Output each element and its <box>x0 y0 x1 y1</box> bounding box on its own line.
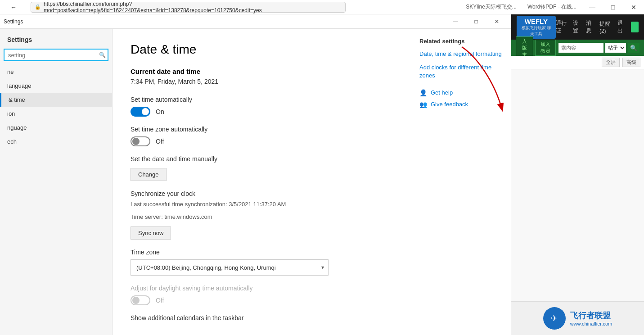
daylight-row: Adjust for daylight saving time automati… <box>131 285 394 305</box>
main-area: Settings — □ ✕ Settings 🔍 ne <box>0 14 644 335</box>
timezone-auto-toggle-thumb <box>132 138 140 145</box>
sidebar-item-language[interactable]: language <box>0 79 112 93</box>
related-link-formatting[interactable]: Date, time & regional formatting <box>419 50 504 58</box>
set-timezone-auto-row: Set time zone automatically Off <box>131 126 394 146</box>
sidebar-item-ech[interactable]: ech <box>0 135 112 149</box>
additional-cal-label: Show additional calendars in the taskbar <box>131 314 394 321</box>
chinaflier-logo-area: ✈ 飞行者联盟 www.chinaflier.com <box>511 301 644 335</box>
search-icon: 🔍 <box>99 52 106 58</box>
forum-content-area <box>511 69 644 301</box>
time-zone-select[interactable]: (UTC+08:00) Beijing, Chongqing, Hong Kon… <box>131 259 329 276</box>
browser-back-btn[interactable]: ← <box>3 0 24 14</box>
forum-toolbar: 全屏 高级 <box>511 56 644 69</box>
set-date-manual-row: Set the date and time manually Change <box>131 155 394 181</box>
forum-nav: 通行证 设置 消息 提醒(2) 退出 <box>556 19 639 35</box>
set-date-manual-label: Set the date and time manually <box>131 155 394 163</box>
chinaflier-logo-text: 飞行者联盟 <box>570 310 612 321</box>
get-help-label: Get help <box>431 89 453 96</box>
additional-cal-row: Show additional calendars in the taskbar <box>131 314 394 321</box>
daylight-toggle-label: Off <box>156 297 164 304</box>
forum-nav-exit[interactable]: 退出 <box>617 19 625 35</box>
browser-panel: WEFLY 模拟飞行玩家 聊天工具 通行证 设置 消息 提醒(2) 退出 入版主 <box>511 14 644 335</box>
sync-clock-row: Synchronize your clock Last successful t… <box>131 190 394 240</box>
url-text: https://bbs.chinaflier.com/forum.php?mod… <box>44 1 342 14</box>
sidebar-search-input[interactable] <box>4 49 108 61</box>
page-title: Date & time <box>131 42 394 57</box>
forum-search-input[interactable] <box>558 43 603 53</box>
settings-main-content: Date & time Current date and time 7:34 P… <box>113 29 412 335</box>
get-help-item[interactable]: 👤 Get help <box>419 89 504 96</box>
time-auto-toggle-thumb <box>142 108 149 115</box>
wefly-title: WEFLY <box>520 18 552 25</box>
set-time-auto-row: Set time automatically On <box>131 96 394 117</box>
settings-window: Settings — □ ✕ Settings 🔍 ne <box>0 14 511 335</box>
toggle-time-auto-row: On <box>131 107 394 117</box>
settings-maximize-btn[interactable]: □ <box>466 14 486 29</box>
wefly-box: WEFLY 模拟飞行玩家 聊天工具 <box>517 16 556 39</box>
forum-nav-msg[interactable]: 消息 <box>586 19 594 35</box>
browser-maximize-btn[interactable]: □ <box>603 0 623 14</box>
forum-advanced-btn[interactable]: 高级 <box>622 58 640 67</box>
sync-now-button[interactable]: Sync now <box>131 226 171 240</box>
feedback-icon: 👥 <box>419 101 427 108</box>
settings-body: Settings 🔍 ne language & time <box>0 29 511 335</box>
chinaflier-url: www.chinaflier.com <box>570 321 612 326</box>
browser-close-btn[interactable]: ✕ <box>623 0 644 14</box>
change-button[interactable]: Change <box>131 168 167 181</box>
chinaflier-logo-text-area: 飞行者联盟 www.chinaflier.com <box>570 310 612 326</box>
browser-window-controls: SKYline天际模飞交... Word转PDF - 在线... — □ ✕ <box>460 0 644 14</box>
time-auto-toggle-label: On <box>156 108 164 115</box>
related-settings-title: Related settings <box>419 38 504 45</box>
forum-fullscreen-btn[interactable]: 全屏 <box>602 58 620 67</box>
related-settings-panel: Related settings Date, time & regional f… <box>412 29 511 335</box>
settings-titlebar: Settings — □ ✕ <box>0 14 511 29</box>
forum-searchbar: 入版主 加入教员 帖子 🔍 <box>511 40 644 56</box>
sidebar-item-ne[interactable]: ne <box>0 65 112 79</box>
toggle-timezone-auto-row: Off <box>131 136 394 146</box>
timezone-auto-toggle[interactable] <box>131 136 150 146</box>
set-time-auto-label: Set time automatically <box>131 96 394 103</box>
sidebar-search-area: 🔍 <box>4 49 108 61</box>
give-feedback-label: Give feedback <box>431 101 468 108</box>
daylight-toggle[interactable] <box>131 295 150 305</box>
browser-minimize-btn[interactable]: — <box>582 0 603 14</box>
forum-search-area: 帖子 🔍 <box>558 43 639 53</box>
browser-tab1[interactable]: SKYline天际模飞交... <box>460 3 522 11</box>
settings-sidebar-title: Settings <box>0 32 112 47</box>
forum-logo: WEFLY 模拟飞行玩家 聊天工具 <box>517 16 556 39</box>
browser-tab2[interactable]: Word转PDF - 在线... <box>522 3 582 11</box>
forum-search-select[interactable]: 帖子 <box>605 43 626 53</box>
related-link-clocks[interactable]: Add clocks for different time zones <box>419 63 504 80</box>
settings-close-btn[interactable]: ✕ <box>486 14 507 29</box>
browser-addressbar-area: ← 🔒 https://bbs.chinaflier.com/forum.php… <box>0 0 460 14</box>
settings-sidebar: Settings 🔍 ne language & time <box>0 29 113 335</box>
settings-minimize-btn[interactable]: — <box>445 14 466 29</box>
time-auto-toggle[interactable] <box>131 107 150 117</box>
sidebar-item-date-time[interactable]: & time <box>0 93 112 107</box>
browser-url-bar[interactable]: 🔒 https://bbs.chinaflier.com/forum.php?m… <box>31 2 346 13</box>
forum-action-teacher-btn[interactable]: 加入教员 <box>535 40 556 56</box>
browser-titlebar: ← 🔒 https://bbs.chinaflier.com/forum.php… <box>0 0 644 14</box>
forum-nav-pass[interactable]: 通行证 <box>556 19 567 35</box>
help-icon: 👤 <box>419 89 427 96</box>
settings-window-controls: — □ ✕ <box>445 14 507 29</box>
set-timezone-auto-label: Set time zone automatically <box>131 126 394 133</box>
sidebar-item-nguage[interactable]: nguage <box>0 121 112 135</box>
forum-nav-icon <box>631 22 639 32</box>
give-feedback-item[interactable]: 👥 Give feedback <box>419 101 504 108</box>
sync-last-info: Last successful time synchronization: 3/… <box>131 200 394 209</box>
timezone-auto-toggle-label: Off <box>156 138 164 145</box>
chinaflier-logo-icon: ✈ <box>543 307 566 330</box>
forum-nav-remind[interactable]: 提醒(2) <box>599 20 612 34</box>
sidebar-item-ion[interactable]: ion <box>0 107 112 121</box>
sync-heading: Synchronize your clock <box>131 190 394 197</box>
current-datetime: 7:34 PM, Friday, March 5, 2021 <box>131 78 394 85</box>
time-zone-row: Time zone (UTC+08:00) Beijing, Chongqing… <box>131 249 394 276</box>
current-date-heading: Current date and time <box>131 68 394 75</box>
settings-window-title: Settings <box>4 18 23 25</box>
toggle-daylight-row: Off <box>131 295 394 305</box>
forum-search-btn[interactable]: 🔍 <box>628 43 639 53</box>
daylight-toggle-thumb <box>132 297 140 304</box>
help-section: 👤 Get help 👥 Give feedback <box>419 89 504 108</box>
forum-nav-settings[interactable]: 设置 <box>573 19 581 35</box>
